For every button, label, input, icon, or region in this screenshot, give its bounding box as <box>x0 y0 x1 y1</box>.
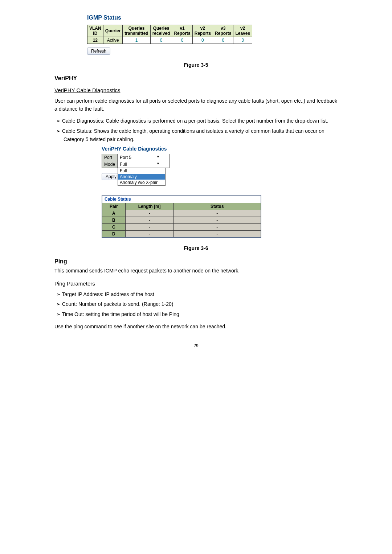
cell-v2: 0 <box>192 37 213 44</box>
veriphy-heading: VeriPHY <box>54 75 338 82</box>
ping-description: This command sends ICMP echo request pac… <box>54 267 338 275</box>
cell-v2l: 0 <box>233 37 252 44</box>
table-row: D - - <box>102 231 261 238</box>
bullet-cable-status: Cable Status: Shows the cable length, op… <box>54 127 338 144</box>
figure-3-6-caption: Figure 3-6 <box>54 245 338 251</box>
port-value: Port 5 <box>120 155 131 160</box>
veriphy-form: Port Port 5 ▼ Mode Full ▼ Full Anomaly A… <box>102 154 170 168</box>
chevron-down-icon: ▼ <box>156 155 160 159</box>
th-querier: Querier <box>103 25 123 37</box>
cell-stat: - <box>173 231 261 238</box>
mode-value: Full <box>120 162 127 167</box>
igmp-status-table: VLANID Querier Queriestransmitted Querie… <box>87 25 252 44</box>
cell-v3: 0 <box>213 37 233 44</box>
th-v3: v3Reports <box>213 25 233 37</box>
table-row: 12 Active 1 0 0 0 0 0 <box>87 37 252 44</box>
th-length: Length [m] <box>125 203 173 210</box>
bullet-timeout: Time Out: setting the time period of hos… <box>54 310 338 319</box>
cable-status-table: Cable Status Pair Length [m] Status A - … <box>102 195 261 238</box>
th-vlan-id: VLANID <box>87 25 103 37</box>
cell-pair: D <box>102 231 125 238</box>
port-label: Port <box>102 154 118 161</box>
option-full[interactable]: Full <box>118 168 165 174</box>
table-row: C - - <box>102 224 261 231</box>
table-row: B - - <box>102 217 261 224</box>
veriphy-description: User can perform cable diagnostics for a… <box>54 97 338 113</box>
mode-label: Mode <box>102 161 118 168</box>
th-v2: v2Reports <box>192 25 213 37</box>
cable-status-title: Cable Status <box>102 195 261 203</box>
cell-len: - <box>125 210 173 217</box>
cell-pair: A <box>102 210 125 217</box>
cell-pair: B <box>102 217 125 224</box>
th-q-rx: Queriesreceived <box>150 25 172 37</box>
ping-parameters-heading: Ping Parameters <box>54 280 338 287</box>
ping-heading: Ping <box>54 258 338 265</box>
cell-v1: 0 <box>172 37 192 44</box>
veriphy-subheading: VeriPHY Cable Diagnostics <box>54 87 338 93</box>
cell-vlan: 12 <box>87 37 103 44</box>
cell-stat: - <box>173 224 261 231</box>
mode-options: Full Anomaly Anomaly w/o X-pair <box>118 168 166 186</box>
bullet-cable-diagnostics: Cable Diagnostics: Cable diagnostics is … <box>54 117 338 126</box>
cell-len: - <box>125 217 173 224</box>
th-q-tx: Queriestransmitted <box>123 25 150 37</box>
th-pair: Pair <box>102 203 125 210</box>
veriphy-form-title: VeriPHY Cable Diagnostics <box>102 146 338 152</box>
cell-qtx: 1 <box>123 37 150 44</box>
option-anomaly-wo[interactable]: Anomaly w/o X-pair <box>118 180 165 185</box>
page-number: 29 <box>54 343 338 348</box>
figure-3-5-caption: Figure 3-5 <box>54 62 338 68</box>
option-anomaly[interactable]: Anomaly <box>118 174 165 180</box>
cell-stat: - <box>173 217 261 224</box>
cell-querier: Active <box>103 37 123 44</box>
chevron-down-icon: ▼ <box>156 162 160 165</box>
igmp-status-title: IGMP Status <box>87 15 338 21</box>
refresh-button[interactable]: Refresh <box>87 48 110 55</box>
port-select[interactable]: Port 5 ▼ <box>120 155 160 160</box>
cell-qrx: 0 <box>150 37 172 44</box>
ping-closing: Use the ping command to see if another s… <box>54 323 338 331</box>
cell-len: - <box>125 231 173 238</box>
cell-stat: - <box>173 210 261 217</box>
bullet-target-ip: Target IP Address: IP address of the hos… <box>54 290 338 299</box>
cell-pair: C <box>102 224 125 231</box>
th-v2l: v2Leaves <box>233 25 252 37</box>
th-v1: v1Reports <box>172 25 192 37</box>
mode-select[interactable]: Full ▼ <box>120 162 160 167</box>
th-status: Status <box>173 203 261 210</box>
bullet-count: Count: Number of packets to send. (Range… <box>54 300 338 309</box>
cell-len: - <box>125 224 173 231</box>
table-row: A - - <box>102 210 261 217</box>
